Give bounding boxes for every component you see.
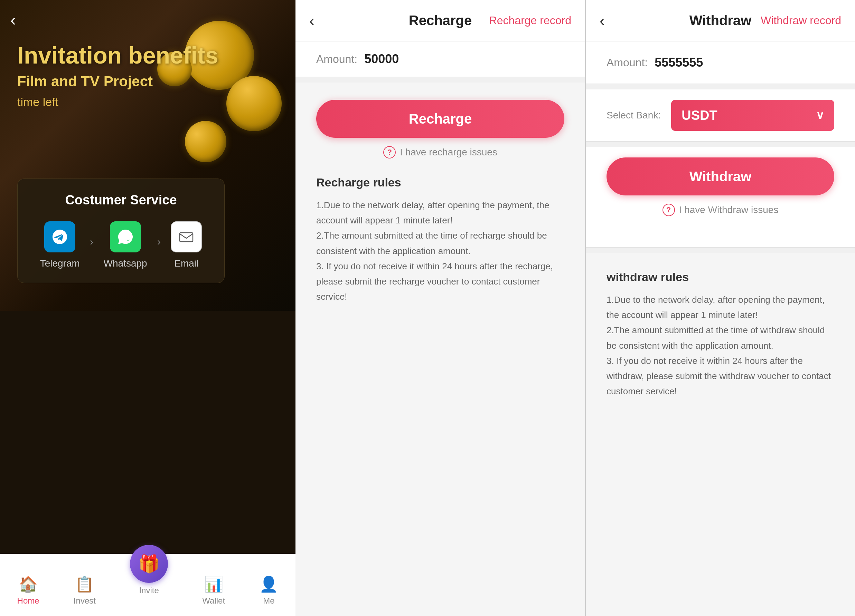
withdraw-amount-label: Amount: — [607, 56, 648, 69]
withdraw-record-link[interactable]: Withdraw record — [761, 14, 841, 27]
email-item[interactable]: Email — [171, 221, 202, 269]
nav-me[interactable]: 👤 Me — [259, 575, 278, 606]
bottom-nav: 🏠 Home 📋 Invest 🎁 Invite 📊 Wallet 👤 Me — [0, 554, 296, 616]
divider-1 — [296, 77, 585, 83]
issues-icon: ? — [383, 146, 396, 159]
me-icon: 👤 — [259, 575, 278, 593]
cs-arrow-2: › — [157, 236, 161, 248]
telegram-label: Telegram — [40, 258, 80, 269]
divider-2 — [586, 84, 855, 89]
film-subtitle: Film and TV Project — [17, 73, 218, 90]
time-left-label: time left — [17, 95, 218, 109]
nav-invest[interactable]: 📋 Invest — [74, 575, 96, 606]
withdraw-back-button[interactable]: ‹ — [600, 12, 605, 29]
wallet-label: Wallet — [202, 596, 225, 606]
whatsapp-item[interactable]: Whatsapp — [104, 221, 147, 269]
invite-badge: 🎁 — [130, 545, 168, 583]
recharge-rules-text: 1.Due to the network delay, after openin… — [316, 197, 564, 304]
invest-icon: 📋 — [75, 575, 94, 593]
customer-service-card: Costumer Service Telegram › — [17, 179, 225, 283]
telegram-item[interactable]: Telegram — [40, 221, 80, 269]
withdraw-button[interactable]: Withdraw — [607, 157, 834, 196]
coin-decoration-3 — [183, 119, 228, 164]
recharge-content: Recharge ? I have recharge issues Rechar… — [296, 83, 585, 321]
svg-rect-0 — [180, 233, 193, 242]
nav-home[interactable]: 🏠 Home — [17, 575, 40, 606]
chevron-down-icon: ∨ — [816, 109, 824, 122]
withdraw-panel: ‹ Withdraw Withdraw record Amount: 55555… — [586, 0, 855, 616]
select-bank-label: Select Bank: — [607, 109, 661, 122]
cs-items: Telegram › Whatsapp › — [35, 221, 207, 269]
select-bank-section: Select Bank: USDT ∨ — [586, 89, 855, 142]
wallet-icon: 📊 — [204, 575, 223, 593]
recharge-issues-text: I have recharge issues — [400, 147, 497, 158]
invest-label: Invest — [74, 596, 96, 606]
withdraw-amount-section: Amount: 5555555 — [586, 41, 855, 84]
withdraw-issues-icon: ? — [662, 204, 675, 216]
withdraw-amount-value: 5555555 — [654, 55, 703, 70]
recharge-amount-label: Amount: — [316, 53, 357, 66]
bank-select-dropdown[interactable]: USDT ∨ — [671, 100, 834, 131]
withdraw-btn-section: Withdraw ? I have Withdraw issues — [586, 147, 855, 248]
recharge-back-button[interactable]: ‹ — [309, 12, 314, 29]
withdraw-amount-inner: Amount: 5555555 — [607, 55, 834, 70]
divider-4 — [586, 248, 855, 253]
bank-value: USDT — [682, 108, 717, 123]
home-icon: 🏠 — [19, 575, 38, 593]
divider-3 — [586, 142, 855, 147]
email-icon — [171, 221, 202, 252]
recharge-issues-row: ? I have recharge issues — [316, 146, 564, 159]
home-label: Home — [17, 596, 40, 606]
whatsapp-label: Whatsapp — [104, 258, 147, 269]
cs-arrow-1: › — [90, 236, 93, 248]
withdraw-rules-text: 1.Due to the network delay, after openin… — [607, 292, 834, 399]
recharge-rules-title: Recharge rules — [316, 176, 564, 189]
back-button-left[interactable]: ‹ — [11, 10, 16, 29]
nav-wallet[interactable]: 📊 Wallet — [202, 575, 225, 606]
email-label: Email — [174, 258, 198, 269]
recharge-header: ‹ Recharge Recharge record — [296, 0, 585, 41]
recharge-title: Recharge — [409, 13, 472, 28]
select-bank-inner: Select Bank: USDT ∨ — [607, 100, 834, 131]
hero-section: ‹ Invitation benefits Film and TV Projec… — [0, 0, 296, 311]
invite-label: Invite — [139, 585, 159, 595]
withdraw-title: Withdraw — [690, 13, 752, 28]
recharge-amount-value: 50000 — [364, 52, 399, 66]
hero-text: Invitation benefits Film and TV Project … — [17, 41, 218, 109]
whatsapp-icon — [110, 221, 141, 252]
withdraw-rules-title: withdraw rules — [607, 271, 834, 284]
withdraw-header: ‹ Withdraw Withdraw record — [586, 0, 855, 41]
recharge-record-link[interactable]: Recharge record — [489, 14, 571, 27]
withdraw-issues-text: I have Withdraw issues — [679, 205, 778, 216]
recharge-amount-section: Amount: 50000 — [296, 41, 585, 77]
recharge-rules-section: Recharge rules 1.Due to the network dela… — [316, 176, 564, 304]
nav-invite[interactable]: 🎁 Invite — [130, 545, 168, 595]
recharge-button[interactable]: Recharge — [316, 100, 564, 138]
withdraw-rules-section: withdraw rules 1.Due to the network dela… — [586, 253, 855, 416]
telegram-icon — [44, 221, 75, 252]
invitation-title: Invitation benefits — [17, 41, 218, 70]
recharge-panel: ‹ Recharge Recharge record Amount: 50000… — [296, 0, 586, 616]
left-panel: ‹ Invitation benefits Film and TV Projec… — [0, 0, 296, 616]
cs-title: Costumer Service — [35, 193, 207, 208]
withdraw-issues-row: ? I have Withdraw issues — [607, 204, 834, 216]
me-label: Me — [263, 596, 274, 606]
